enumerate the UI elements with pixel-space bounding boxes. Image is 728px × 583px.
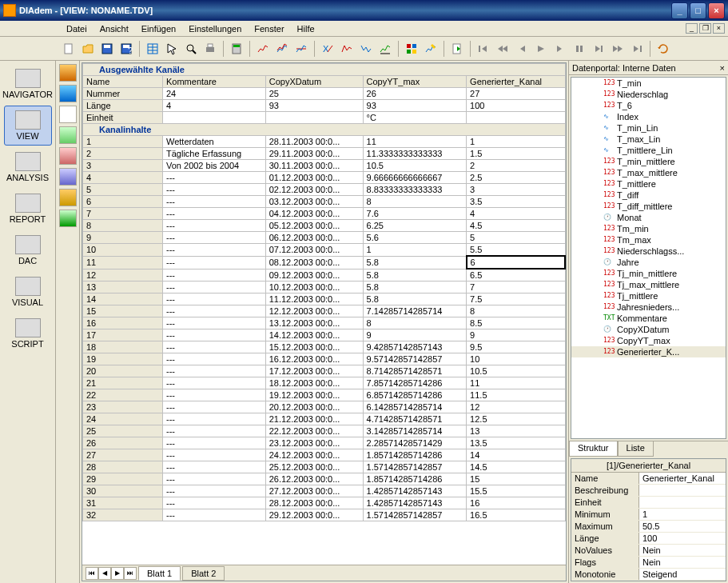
row-number[interactable]: 16: [83, 317, 163, 329]
data-cell[interactable]: 10.5: [467, 365, 565, 377]
data-cell[interactable]: 14.12.2003 00:0...: [265, 329, 363, 341]
tree-node[interactable]: 🕐Jahre: [571, 257, 726, 268]
menu-fenster[interactable]: Fenster: [248, 22, 290, 35]
row-number[interactable]: 3: [83, 160, 163, 172]
sheet-tab[interactable]: Blatt 1: [138, 566, 181, 581]
meta-cell[interactable]: 24: [163, 88, 266, 100]
calc-button[interactable]: [228, 40, 245, 58]
data-cell[interactable]: 14.5: [467, 461, 565, 473]
last-button[interactable]: [628, 40, 646, 58]
data-cell[interactable]: 10.5: [363, 160, 467, 172]
data-cell[interactable]: 11: [467, 377, 565, 389]
data-cell[interactable]: 8.71428571428571: [363, 365, 467, 377]
row-number[interactable]: 5: [83, 184, 163, 196]
data-cell[interactable]: 23.12.2003 00:0...: [265, 437, 363, 449]
data-cell[interactable]: 5.8: [363, 269, 467, 282]
nav-analysis[interactable]: ANALYSIS: [4, 147, 52, 187]
side-btn-2[interactable]: [59, 85, 77, 102]
nav-visual[interactable]: VISUAL: [4, 272, 52, 312]
side-btn-8[interactable]: [59, 210, 77, 227]
step-button[interactable]: [590, 40, 607, 58]
row-header[interactable]: Einheit: [83, 112, 163, 124]
menu-ansicht[interactable]: Ansicht: [93, 22, 135, 35]
data-cell[interactable]: 1.85714285714286: [363, 449, 467, 461]
data-cell[interactable]: 15.12.2003 00:0...: [265, 341, 363, 353]
data-cell[interactable]: 6.85714285714286: [363, 389, 467, 401]
tree-node[interactable]: 123CopyYT_max: [571, 335, 726, 346]
row-number[interactable]: 4: [83, 172, 163, 184]
row-number[interactable]: 21: [83, 377, 163, 389]
data-cell[interactable]: 29.12.2003 00:0...: [265, 509, 363, 521]
save-as-button[interactable]: ?: [117, 40, 135, 58]
tree-node[interactable]: 123T_diff_mittlere: [571, 201, 726, 212]
maximize-button[interactable]: □: [690, 2, 706, 19]
chart1-button[interactable]: [254, 40, 272, 58]
nav-report[interactable]: REPORT: [4, 189, 52, 229]
row-number[interactable]: 13: [83, 282, 163, 293]
sheet-last-button[interactable]: ⏭: [124, 567, 137, 580]
data-cell[interactable]: 28.12.2003 00:0...: [265, 497, 363, 509]
row-number[interactable]: 10: [83, 244, 163, 257]
tree-node[interactable]: ∿T_min_Lin: [571, 122, 726, 134]
tree-node[interactable]: 🕐Monat: [571, 212, 726, 223]
data-cell[interactable]: ---: [163, 401, 266, 413]
data-cell[interactable]: 3.5: [467, 196, 565, 208]
row-number[interactable]: 32: [83, 509, 163, 521]
meta-cell[interactable]: °C: [363, 112, 467, 124]
menu-datei[interactable]: Datei: [60, 22, 93, 35]
data-cell[interactable]: 28.11.2003 00:0...: [265, 136, 363, 148]
data-cell[interactable]: 9: [467, 329, 565, 341]
row-number[interactable]: 26: [83, 437, 163, 449]
tree-node[interactable]: 123Generierter_K...: [571, 346, 726, 357]
cursor-button[interactable]: [163, 40, 181, 58]
data-cell[interactable]: 2.28571428571429: [363, 437, 467, 449]
sheet-prev-button[interactable]: ◀: [98, 567, 111, 580]
tree-node[interactable]: 123Niederschlag: [571, 89, 726, 100]
data-cell[interactable]: 05.12.2003 00:0...: [265, 220, 363, 232]
row-number[interactable]: 15: [83, 305, 163, 317]
mdi-restore-button[interactable]: ❐: [699, 23, 711, 34]
row-number[interactable]: 23: [83, 401, 163, 413]
data-cell[interactable]: Von 2002 bis 2004: [163, 160, 266, 172]
data-cell[interactable]: 09.12.2003 00:0...: [265, 269, 363, 282]
nav-view[interactable]: VIEW: [4, 106, 52, 146]
row-number[interactable]: 9: [83, 232, 163, 244]
row-number[interactable]: 14: [83, 293, 163, 305]
data-cell[interactable]: 9.5: [467, 341, 565, 353]
row-number[interactable]: 6: [83, 196, 163, 208]
export-button[interactable]: [448, 40, 466, 58]
data-cell[interactable]: 10.12.2003 00:0...: [265, 282, 363, 293]
data-cell[interactable]: 21.12.2003 00:0...: [265, 413, 363, 425]
column-header[interactable]: Generierter_Kanal: [467, 76, 565, 88]
meta-cell[interactable]: [163, 112, 266, 124]
data-cell[interactable]: ---: [163, 317, 266, 329]
tree-node[interactable]: 123T_min_mittlere: [571, 156, 726, 167]
meta-cell[interactable]: 27: [467, 88, 565, 100]
data-cell[interactable]: 27.12.2003 00:0...: [265, 485, 363, 497]
data-cell[interactable]: 3: [467, 184, 565, 196]
data-cell[interactable]: 1.5: [467, 148, 565, 160]
data-cell[interactable]: 16.5: [467, 509, 565, 521]
tree-node[interactable]: 123Tm_min: [571, 223, 726, 234]
side-btn-3[interactable]: [59, 106, 77, 123]
property-value[interactable]: Steigend: [639, 569, 726, 580]
row-number[interactable]: 27: [83, 449, 163, 461]
row-number[interactable]: 8: [83, 220, 163, 232]
tree-node[interactable]: 123T_min: [571, 78, 726, 89]
zoom-button[interactable]: [182, 40, 200, 58]
data-cell[interactable]: 2: [467, 160, 565, 172]
pause-button[interactable]: [571, 40, 588, 58]
data-cell[interactable]: 6.25: [363, 220, 467, 232]
nav-dac[interactable]: DAC: [4, 230, 52, 270]
data-cell[interactable]: 5.8: [363, 256, 467, 269]
prev-button[interactable]: [513, 40, 531, 58]
row-number[interactable]: 30: [83, 485, 163, 497]
row-number[interactable]: 12: [83, 269, 163, 282]
tree-node[interactable]: 123T_max_mittlere: [571, 167, 726, 178]
data-cell[interactable]: 2.5: [467, 172, 565, 184]
property-value[interactable]: Generierter_Kanal: [639, 473, 726, 484]
property-value[interactable]: 50.5: [639, 521, 726, 532]
data-cell[interactable]: 29.11.2003 00:0...: [265, 148, 363, 160]
data-cell[interactable]: 7: [467, 282, 565, 293]
data-cell[interactable]: 8.83333333333333: [363, 184, 467, 196]
